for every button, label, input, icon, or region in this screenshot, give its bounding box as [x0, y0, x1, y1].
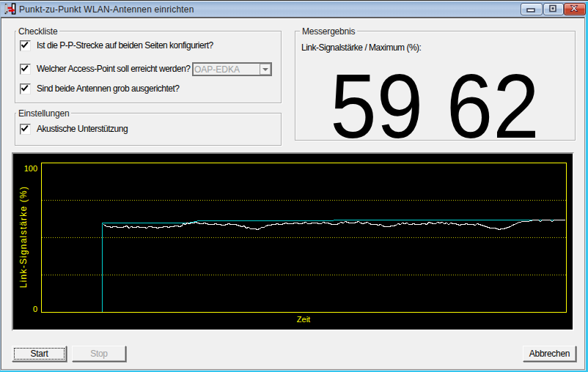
svg-text:0: 0 [33, 305, 37, 313]
svg-text:Zeit: Zeit [297, 315, 310, 324]
svg-text:Link-Signalstärke (%): Link-Signalstärke (%) [18, 186, 29, 288]
svg-text:100: 100 [24, 164, 37, 173]
